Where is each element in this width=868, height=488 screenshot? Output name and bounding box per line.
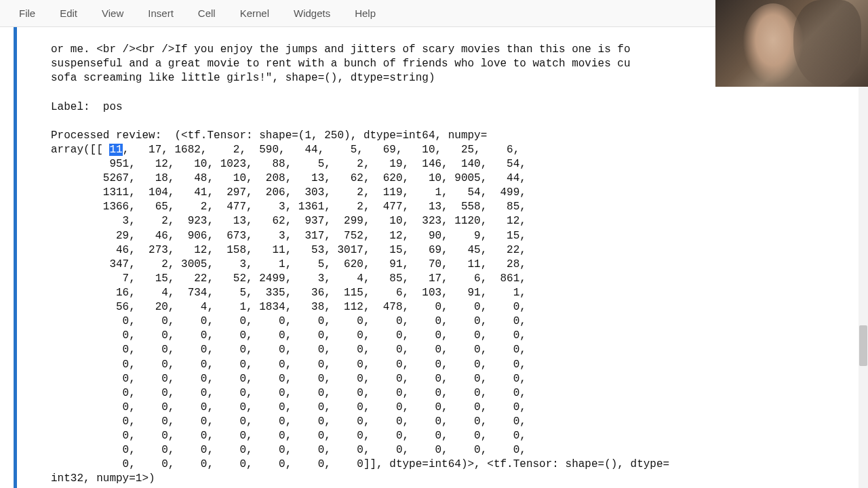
array-row: 1311, 104, 41, 297, 206, 303, 2, 119, 1,…	[51, 186, 526, 199]
output-line: or me. <br /><br />If you enjoy the jump…	[51, 43, 631, 56]
array-row: 0, 0, 0, 0, 0, 0, 0, 0, 0, 0, 0,	[51, 444, 526, 456]
webcam-overlay	[715, 0, 868, 87]
array-row: 29, 46, 906, 673, 3, 317, 752, 12, 90, 9…	[51, 230, 526, 242]
output-cell: or me. <br /><br />If you enjoy the jump…	[14, 27, 854, 488]
menu-help[interactable]: Help	[342, 3, 388, 23]
array-row: 1366, 65, 2, 477, 3, 1361, 2, 477, 13, 5…	[51, 201, 526, 213]
array-row: 0, 0, 0, 0, 0, 0, 0, 0, 0, 0, 0,	[51, 387, 526, 399]
menu-widgets[interactable]: Widgets	[281, 3, 342, 23]
array-row: 0, 0, 0, 0, 0, 0, 0, 0, 0, 0, 0,	[51, 430, 526, 442]
array-row: 0, 0, 0, 0, 0, 0, 0, 0, 0, 0, 0,	[51, 373, 526, 385]
scrollbar-track[interactable]	[859, 27, 868, 488]
output-line: sofa screaming like little girls!", shap…	[51, 72, 435, 84]
array-closing: int32, numpy=1>)	[51, 472, 155, 485]
array-row: 46, 273, 12, 158, 11, 53, 3017, 15, 69, …	[51, 244, 526, 256]
array-row: 7, 15, 22, 52, 2499, 3, 4, 85, 17, 6, 86…	[51, 272, 526, 285]
highlighted-token: 11	[109, 144, 122, 156]
array-row: 3, 2, 923, 13, 62, 937, 299, 10, 323, 11…	[51, 215, 526, 227]
array-row: 0, 0, 0, 0, 0, 0, 0, 0, 0, 0, 0,	[51, 344, 526, 356]
menu-view[interactable]: View	[90, 3, 136, 23]
array-row: 0, 0, 0, 0, 0, 0, 0, 0, 0, 0, 0,	[51, 329, 526, 342]
array-row: 5267, 18, 48, 10, 208, 13, 62, 620, 10, …	[51, 172, 526, 184]
array-row: 0, 0, 0, 0, 0, 0, 0, 0, 0, 0, 0,	[51, 359, 526, 371]
array-row: 16, 4, 734, 5, 335, 36, 115, 6, 103, 91,…	[51, 287, 526, 299]
notebook-area[interactable]: or me. <br /><br />If you enjoy the jump…	[0, 27, 868, 488]
array-row: 0, 0, 0, 0, 0, 0, 0, 0, 0, 0, 0,	[51, 315, 526, 327]
array-row: 56, 20, 4, 1, 1834, 38, 112, 478, 0, 0, …	[51, 301, 526, 313]
output-line: suspenseful and a great movie to rent wi…	[51, 58, 631, 70]
array-row: 347, 2, 3005, 3, 1, 5, 620, 91, 70, 11, …	[51, 258, 526, 270]
menu-kernel[interactable]: Kernel	[228, 3, 281, 23]
processed-header: Processed review: (<tf.Tensor: shape=(1,…	[51, 129, 487, 142]
array-row: 951, 12, 10, 1023, 88, 5, 2, 19, 146, 14…	[51, 158, 526, 170]
array-open: array([[	[51, 144, 109, 156]
menu-edit[interactable]: Edit	[47, 3, 90, 23]
menu-insert[interactable]: Insert	[136, 3, 186, 23]
row-remainder: , 17, 1682, 2, 590, 44, 5, 69, 10, 25, 6…	[123, 144, 520, 156]
array-final: 0, 0, 0, 0, 0, 0, 0]], dtype=int64)>, <t…	[51, 458, 669, 470]
array-row: 0, 0, 0, 0, 0, 0, 0, 0, 0, 0, 0,	[51, 415, 526, 428]
menu-cell[interactable]: Cell	[186, 3, 228, 23]
cell-text-output: or me. <br /><br />If you enjoy the jump…	[51, 41, 846, 486]
label-value: pos	[103, 101, 123, 113]
array-row: 0, 0, 0, 0, 0, 0, 0, 0, 0, 0, 0,	[51, 401, 526, 413]
label-prefix: Label:	[51, 101, 103, 113]
scrollbar-thumb[interactable]	[859, 325, 867, 366]
menu-file[interactable]: File	[7, 3, 47, 23]
